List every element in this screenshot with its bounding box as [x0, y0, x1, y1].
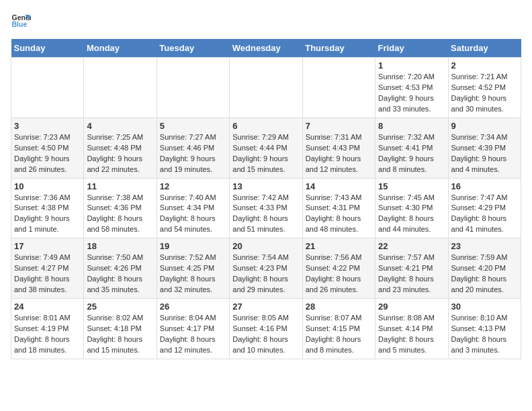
- day-info: Sunrise: 7:32 AM Sunset: 4:41 PM Dayligh…: [378, 132, 445, 175]
- calendar-week-3: 10Sunrise: 7:36 AM Sunset: 4:38 PM Dayli…: [11, 178, 521, 238]
- day-info: Sunrise: 7:40 AM Sunset: 4:34 PM Dayligh…: [160, 193, 226, 236]
- header-cell-friday: Friday: [375, 39, 448, 58]
- calendar-cell: [302, 58, 375, 118]
- calendar-week-1: 1Sunrise: 7:20 AM Sunset: 4:53 PM Daylig…: [11, 58, 521, 118]
- calendar-table: SundayMondayTuesdayWednesdayThursdayFrid…: [11, 39, 521, 359]
- calendar-cell: 7Sunrise: 7:31 AM Sunset: 4:43 PM Daylig…: [302, 118, 375, 178]
- day-info: Sunrise: 7:47 AM Sunset: 4:29 PM Dayligh…: [451, 193, 518, 236]
- day-info: Sunrise: 7:25 AM Sunset: 4:48 PM Dayligh…: [87, 132, 153, 175]
- header-cell-wednesday: Wednesday: [230, 39, 302, 58]
- day-info: Sunrise: 7:56 AM Sunset: 4:22 PM Dayligh…: [306, 253, 372, 295]
- day-number: 23: [451, 241, 518, 251]
- calendar-cell: 30Sunrise: 8:10 AM Sunset: 4:13 PM Dayli…: [448, 299, 521, 359]
- day-info: Sunrise: 7:42 AM Sunset: 4:33 PM Dayligh…: [232, 193, 299, 236]
- day-number: 29: [378, 302, 445, 312]
- svg-text:Blue: Blue: [12, 20, 28, 28]
- day-info: Sunrise: 7:23 AM Sunset: 4:50 PM Dayligh…: [14, 132, 81, 175]
- day-number: 19: [160, 241, 226, 251]
- calendar-cell: 18Sunrise: 7:50 AM Sunset: 4:26 PM Dayli…: [84, 238, 157, 299]
- calendar-cell: [157, 58, 229, 118]
- calendar-cell: 23Sunrise: 7:59 AM Sunset: 4:20 PM Dayli…: [448, 238, 521, 299]
- calendar-cell: 14Sunrise: 7:43 AM Sunset: 4:31 PM Dayli…: [302, 178, 375, 238]
- day-number: 10: [14, 181, 81, 191]
- day-info: Sunrise: 7:52 AM Sunset: 4:25 PM Dayligh…: [160, 253, 226, 295]
- calendar-cell: 21Sunrise: 7:56 AM Sunset: 4:22 PM Dayli…: [302, 238, 375, 299]
- calendar-cell: 27Sunrise: 8:05 AM Sunset: 4:16 PM Dayli…: [230, 299, 302, 359]
- day-info: Sunrise: 8:05 AM Sunset: 4:16 PM Dayligh…: [232, 313, 299, 356]
- calendar-week-2: 3Sunrise: 7:23 AM Sunset: 4:50 PM Daylig…: [11, 118, 521, 178]
- day-info: Sunrise: 7:54 AM Sunset: 4:23 PM Dayligh…: [232, 253, 299, 295]
- calendar-week-5: 24Sunrise: 8:01 AM Sunset: 4:19 PM Dayli…: [11, 299, 521, 359]
- calendar-cell: 16Sunrise: 7:47 AM Sunset: 4:29 PM Dayli…: [448, 178, 521, 238]
- calendar-cell: 5Sunrise: 7:27 AM Sunset: 4:46 PM Daylig…: [157, 118, 229, 178]
- logo: General Blue: [11, 11, 31, 31]
- day-number: 4: [87, 121, 153, 131]
- day-info: Sunrise: 7:21 AM Sunset: 4:52 PM Dayligh…: [451, 72, 518, 115]
- day-info: Sunrise: 7:38 AM Sunset: 4:36 PM Dayligh…: [87, 193, 153, 236]
- calendar-cell: 15Sunrise: 7:45 AM Sunset: 4:30 PM Dayli…: [375, 178, 448, 238]
- day-number: 12: [160, 181, 226, 191]
- calendar-cell: 19Sunrise: 7:52 AM Sunset: 4:25 PM Dayli…: [157, 238, 229, 299]
- day-info: Sunrise: 8:01 AM Sunset: 4:19 PM Dayligh…: [14, 313, 81, 356]
- header-cell-saturday: Saturday: [448, 39, 521, 58]
- day-info: Sunrise: 7:31 AM Sunset: 4:43 PM Dayligh…: [306, 132, 372, 175]
- day-info: Sunrise: 8:10 AM Sunset: 4:13 PM Dayligh…: [451, 313, 518, 356]
- calendar-cell: 22Sunrise: 7:57 AM Sunset: 4:21 PM Dayli…: [375, 238, 448, 299]
- day-number: 15: [378, 181, 445, 191]
- day-number: 21: [306, 241, 372, 251]
- calendar-cell: 3Sunrise: 7:23 AM Sunset: 4:50 PM Daylig…: [11, 118, 84, 178]
- day-info: Sunrise: 7:59 AM Sunset: 4:20 PM Dayligh…: [451, 253, 518, 295]
- calendar-cell: 17Sunrise: 7:49 AM Sunset: 4:27 PM Dayli…: [11, 238, 84, 299]
- day-number: 24: [14, 302, 81, 312]
- calendar-cell: 4Sunrise: 7:25 AM Sunset: 4:48 PM Daylig…: [84, 118, 157, 178]
- calendar-cell: 26Sunrise: 8:04 AM Sunset: 4:17 PM Dayli…: [157, 299, 229, 359]
- day-info: Sunrise: 7:27 AM Sunset: 4:46 PM Dayligh…: [160, 132, 226, 175]
- day-number: 30: [451, 302, 518, 312]
- calendar-cell: 6Sunrise: 7:29 AM Sunset: 4:44 PM Daylig…: [230, 118, 302, 178]
- day-info: Sunrise: 7:49 AM Sunset: 4:27 PM Dayligh…: [14, 253, 81, 295]
- logo-icon: General Blue: [11, 11, 31, 31]
- day-info: Sunrise: 8:04 AM Sunset: 4:17 PM Dayligh…: [160, 313, 226, 356]
- calendar-cell: [84, 58, 157, 118]
- calendar-cell: 29Sunrise: 8:08 AM Sunset: 4:14 PM Dayli…: [375, 299, 448, 359]
- day-number: 13: [232, 181, 299, 191]
- day-number: 27: [232, 302, 299, 312]
- day-number: 14: [306, 181, 372, 191]
- day-number: 8: [378, 121, 445, 131]
- day-number: 7: [306, 121, 372, 131]
- day-info: Sunrise: 8:08 AM Sunset: 4:14 PM Dayligh…: [378, 313, 445, 356]
- header-cell-monday: Monday: [84, 39, 157, 58]
- day-number: 9: [451, 121, 518, 131]
- day-number: 5: [160, 121, 226, 131]
- calendar-cell: 11Sunrise: 7:38 AM Sunset: 4:36 PM Dayli…: [84, 178, 157, 238]
- calendar-cell: [230, 58, 302, 118]
- day-info: Sunrise: 7:43 AM Sunset: 4:31 PM Dayligh…: [306, 193, 372, 236]
- calendar-week-4: 17Sunrise: 7:49 AM Sunset: 4:27 PM Dayli…: [11, 238, 521, 299]
- calendar-cell: 8Sunrise: 7:32 AM Sunset: 4:41 PM Daylig…: [375, 118, 448, 178]
- day-info: Sunrise: 8:07 AM Sunset: 4:15 PM Dayligh…: [306, 313, 372, 356]
- day-number: 20: [232, 241, 299, 251]
- calendar-cell: 1Sunrise: 7:20 AM Sunset: 4:53 PM Daylig…: [375, 58, 448, 118]
- day-number: 28: [306, 302, 372, 312]
- day-number: 26: [160, 302, 226, 312]
- calendar-cell: 28Sunrise: 8:07 AM Sunset: 4:15 PM Dayli…: [302, 299, 375, 359]
- calendar-header-row: SundayMondayTuesdayWednesdayThursdayFrid…: [11, 39, 521, 58]
- calendar-cell: 10Sunrise: 7:36 AM Sunset: 4:38 PM Dayli…: [11, 178, 84, 238]
- day-number: 25: [87, 302, 153, 312]
- calendar-cell: 24Sunrise: 8:01 AM Sunset: 4:19 PM Dayli…: [11, 299, 84, 359]
- header: General Blue: [11, 11, 521, 31]
- day-number: 6: [232, 121, 299, 131]
- day-info: Sunrise: 8:02 AM Sunset: 4:18 PM Dayligh…: [87, 313, 153, 356]
- calendar-cell: [11, 58, 84, 118]
- day-number: 17: [14, 241, 81, 251]
- day-info: Sunrise: 7:57 AM Sunset: 4:21 PM Dayligh…: [378, 253, 445, 295]
- day-info: Sunrise: 7:29 AM Sunset: 4:44 PM Dayligh…: [232, 132, 299, 175]
- calendar-cell: 20Sunrise: 7:54 AM Sunset: 4:23 PM Dayli…: [230, 238, 302, 299]
- day-number: 1: [378, 60, 445, 71]
- day-info: Sunrise: 7:34 AM Sunset: 4:39 PM Dayligh…: [451, 132, 518, 175]
- day-number: 16: [451, 181, 518, 191]
- header-cell-sunday: Sunday: [11, 39, 84, 58]
- day-number: 18: [87, 241, 153, 251]
- day-info: Sunrise: 7:20 AM Sunset: 4:53 PM Dayligh…: [378, 72, 445, 115]
- header-cell-tuesday: Tuesday: [157, 39, 229, 58]
